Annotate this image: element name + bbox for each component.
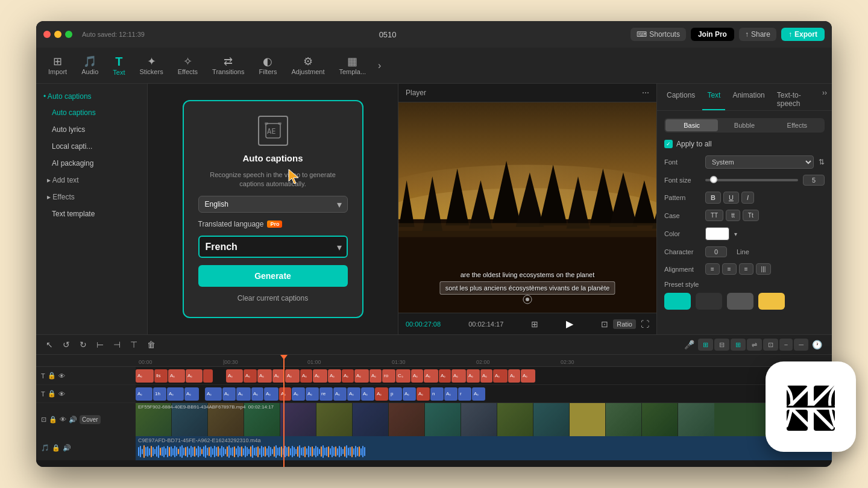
- font-size-slider[interactable]: [705, 179, 798, 181]
- clip[interactable]: Aₛ: [186, 369, 203, 383]
- color-dropdown-icon[interactable]: ▾: [734, 231, 737, 237]
- toolbar-adjustment[interactable]: ⚙ Adjustment: [284, 54, 332, 78]
- style-tab-basic[interactable]: Basic: [665, 119, 718, 131]
- underline-button[interactable]: U: [723, 192, 739, 204]
- sidebar-item-local-captions[interactable]: Local capti...: [40, 139, 143, 154]
- clip[interactable]: Aₛ: [333, 387, 347, 401]
- sidebar-item-ai-packaging[interactable]: AI packaging: [40, 155, 143, 171]
- clip[interactable]: Aₛ: [403, 387, 416, 401]
- clip[interactable]: Aₛ: [328, 369, 341, 383]
- font-size-input[interactable]: [803, 175, 825, 186]
- toolbar-stickers[interactable]: ✦ Stickers: [133, 54, 171, 78]
- clip[interactable]: Aₛ: [292, 387, 305, 401]
- clip[interactable]: Aₛ: [251, 387, 263, 401]
- clip[interactable]: Aₛ: [417, 387, 430, 401]
- clip[interactable]: ro: [382, 369, 395, 383]
- video-audio-icon[interactable]: 🔊: [69, 416, 77, 424]
- clip[interactable]: Aₛ: [411, 369, 423, 383]
- clip[interactable]: r: [458, 387, 471, 401]
- preset-swatch-yellow[interactable]: [758, 293, 785, 310]
- snap-button[interactable]: ⊞: [698, 339, 713, 351]
- sidebar-item-add-text[interactable]: ▸ Add text: [40, 172, 143, 188]
- minus-button[interactable]: −: [779, 339, 793, 351]
- clip[interactable]: Aₛ: [370, 369, 382, 383]
- clip[interactable]: Aₛ: [451, 369, 466, 383]
- close-button[interactable]: [43, 31, 51, 38]
- language-select[interactable]: English French Spanish: [198, 196, 348, 213]
- video-eye-icon[interactable]: 👁: [60, 416, 66, 423]
- clip[interactable]: Aₛ: [136, 369, 154, 383]
- clip[interactable]: Aₛ: [184, 387, 199, 401]
- lowercase-button[interactable]: tt: [726, 210, 740, 221]
- clip[interactable]: Aₛ: [168, 369, 185, 383]
- toolbar-transitions[interactable]: ⇄ Transitions: [205, 54, 251, 78]
- player-menu-icon[interactable]: ⋯: [642, 89, 649, 97]
- zoom-slider[interactable]: ─: [794, 339, 808, 351]
- italic-button[interactable]: I: [741, 192, 754, 204]
- toolbar-text[interactable]: T Text: [105, 53, 132, 78]
- clip[interactable]: p: [389, 387, 402, 401]
- clip[interactable]: Aₛ: [472, 387, 485, 401]
- align-justify-button[interactable]: |||: [756, 263, 772, 275]
- join-pro-button[interactable]: Join Pro: [691, 28, 734, 41]
- crop-tool[interactable]: ⊤: [128, 339, 140, 351]
- character-input[interactable]: [705, 246, 727, 257]
- clip[interactable]: Aₛ: [306, 387, 319, 401]
- sidebar-item-effects[interactable]: ▸ Effects: [40, 189, 143, 205]
- redo-button[interactable]: ↻: [77, 339, 89, 351]
- ratio-button[interactable]: Ratio: [613, 319, 636, 329]
- preset-swatch-gray[interactable]: [727, 293, 753, 310]
- toolbar-import[interactable]: ⊞ Import: [41, 54, 74, 78]
- sidebar-item-text-template[interactable]: Text template: [40, 206, 143, 222]
- clip[interactable]: Aₛ: [264, 387, 278, 401]
- toolbar-more-button[interactable]: ›: [373, 58, 386, 74]
- clip[interactable]: Aₛ: [272, 369, 285, 383]
- clip[interactable]: Aₛ: [236, 387, 251, 401]
- clip[interactable]: Aₛ: [226, 369, 243, 383]
- trim-tool[interactable]: ⊣: [111, 339, 123, 351]
- undo-button[interactable]: ↺: [60, 339, 72, 351]
- align-left-button[interactable]: ≡: [705, 263, 720, 275]
- clip[interactable]: Aₛ: [467, 369, 480, 383]
- toolbar-filters[interactable]: ◐ Filters: [251, 54, 284, 78]
- clip[interactable]: Aₛ: [439, 369, 451, 383]
- magnet-button[interactable]: ⊟: [714, 339, 729, 351]
- clip[interactable]: lls: [154, 369, 168, 383]
- clock-button[interactable]: 🕐: [810, 339, 825, 351]
- sidebar-section-auto-captions[interactable]: • Auto captions: [36, 89, 147, 104]
- clip[interactable]: [203, 369, 213, 383]
- clip[interactable]: Aₛ: [424, 369, 438, 383]
- tab-animation[interactable]: Animation: [728, 89, 769, 110]
- font-select[interactable]: System Arial Helvetica: [705, 155, 814, 169]
- lock-icon-2[interactable]: 🔒: [48, 390, 56, 398]
- clip[interactable]: Aₛ: [342, 369, 354, 383]
- clip[interactable]: Aₛ: [347, 387, 360, 401]
- cover-button[interactable]: Cover: [80, 415, 101, 424]
- clip[interactable]: Aₛ: [493, 369, 508, 383]
- generate-button[interactable]: Generate: [198, 265, 348, 287]
- clip[interactable]: Aₛ: [244, 369, 257, 383]
- play-button[interactable]: ▶: [566, 318, 573, 330]
- link-button[interactable]: ⇌: [747, 339, 762, 351]
- clip[interactable]: Aₛ: [257, 369, 272, 383]
- clip[interactable]: n: [430, 387, 444, 401]
- subtitle-sync-icon[interactable]: [523, 295, 532, 307]
- tab-text-to-speech[interactable]: Text-to-speech: [772, 89, 820, 110]
- export-button[interactable]: ↑ Export: [781, 28, 825, 41]
- share-button[interactable]: ↑ Share: [739, 28, 776, 41]
- chevron-right-icon[interactable]: ››: [822, 89, 827, 110]
- titlecase-button[interactable]: Tt: [743, 210, 759, 221]
- translated-language-select[interactable]: French Spanish German Italian: [198, 236, 348, 258]
- clip[interactable]: Aₛ: [480, 369, 492, 383]
- apply-all-checkbox[interactable]: ✓: [664, 140, 673, 148]
- style-tab-bubble[interactable]: Bubble: [718, 119, 770, 131]
- split-tool[interactable]: ⊢: [94, 339, 106, 351]
- clip[interactable]: Aₛ: [508, 369, 520, 383]
- clear-captions-button[interactable]: Clear current captions: [237, 294, 308, 302]
- color-picker[interactable]: [705, 227, 729, 240]
- tab-captions[interactable]: Captions: [662, 89, 700, 110]
- clip[interactable]: Aₛ: [354, 369, 369, 383]
- bold-button[interactable]: B: [705, 192, 721, 204]
- clip[interactable]: Aₛ: [222, 387, 236, 401]
- cursor-tool[interactable]: ↖: [43, 339, 55, 351]
